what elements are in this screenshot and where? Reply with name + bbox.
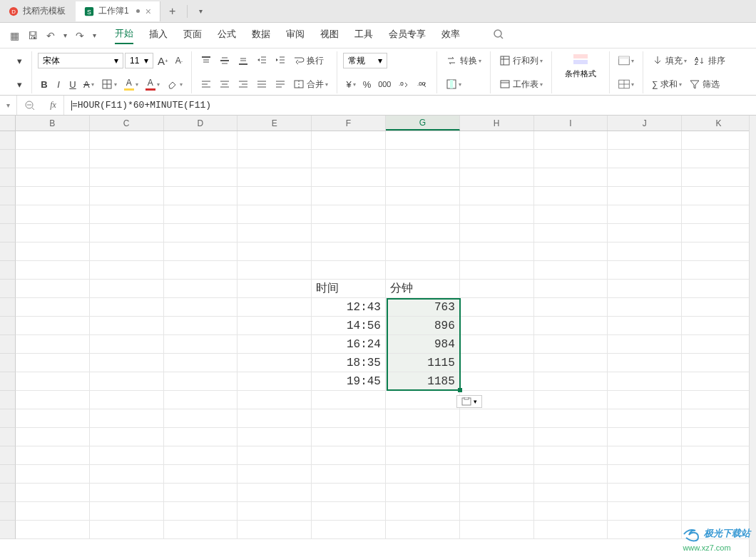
tab-insert[interactable]: 插入 bbox=[149, 28, 168, 44]
cell[interactable] bbox=[682, 280, 756, 298]
cell[interactable] bbox=[237, 446, 312, 465]
cell[interactable]: 896 bbox=[386, 317, 460, 335]
cell[interactable] bbox=[460, 224, 534, 242]
cell[interactable] bbox=[534, 242, 608, 261]
cell[interactable] bbox=[386, 484, 460, 502]
tab-review[interactable]: 审阅 bbox=[286, 28, 305, 44]
spreadsheet-grid[interactable]: B C D E F G H I J K 时间分钟12:4376314:56896… bbox=[0, 116, 756, 557]
cell[interactable] bbox=[534, 280, 608, 298]
cell[interactable]: 984 bbox=[386, 335, 460, 354]
cell[interactable] bbox=[682, 242, 756, 261]
cell[interactable] bbox=[16, 465, 90, 484]
col-header[interactable]: H bbox=[460, 116, 534, 131]
cell[interactable] bbox=[90, 391, 164, 409]
cell[interactable] bbox=[16, 409, 90, 428]
cell[interactable] bbox=[460, 168, 534, 187]
cell[interactable] bbox=[312, 150, 386, 168]
cell[interactable] bbox=[460, 261, 534, 280]
cell[interactable] bbox=[608, 187, 682, 205]
cell[interactable] bbox=[90, 168, 164, 187]
undo-icon[interactable]: ↶ bbox=[42, 27, 59, 44]
indent-increase-icon[interactable] bbox=[272, 53, 289, 68]
increase-font-icon[interactable]: A+ bbox=[155, 53, 171, 68]
col-header[interactable]: B bbox=[16, 116, 90, 131]
cell[interactable] bbox=[164, 261, 238, 280]
cell[interactable] bbox=[16, 335, 90, 354]
cell[interactable] bbox=[386, 502, 460, 521]
cell[interactable] bbox=[608, 465, 682, 484]
cell[interactable] bbox=[386, 409, 460, 428]
cell[interactable] bbox=[16, 521, 90, 539]
cell[interactable] bbox=[237, 317, 312, 335]
cell[interactable] bbox=[608, 502, 682, 521]
row-header[interactable] bbox=[0, 242, 16, 261]
col-header[interactable]: I bbox=[534, 116, 608, 131]
cell[interactable] bbox=[237, 224, 312, 242]
cell[interactable] bbox=[237, 484, 312, 502]
cell[interactable] bbox=[682, 298, 756, 317]
cell[interactable] bbox=[16, 131, 90, 150]
cell[interactable] bbox=[164, 205, 238, 224]
highlight-button[interactable]: A▾ bbox=[121, 76, 141, 92]
cell[interactable] bbox=[16, 261, 90, 280]
row-col-button[interactable]: 行和列▾ bbox=[496, 53, 546, 68]
cell[interactable] bbox=[90, 242, 164, 261]
cell[interactable] bbox=[164, 150, 238, 168]
align-top-icon[interactable] bbox=[198, 53, 215, 68]
cell[interactable] bbox=[90, 465, 164, 484]
cell[interactable] bbox=[682, 187, 756, 205]
row-header[interactable] bbox=[0, 131, 16, 150]
cell[interactable] bbox=[237, 409, 312, 428]
cell[interactable] bbox=[90, 298, 164, 317]
cell[interactable] bbox=[164, 335, 238, 354]
col-header[interactable]: J bbox=[608, 116, 682, 131]
cell[interactable] bbox=[608, 409, 682, 428]
cell[interactable] bbox=[90, 261, 164, 280]
cell[interactable] bbox=[312, 465, 386, 484]
cell[interactable] bbox=[164, 354, 238, 372]
cell[interactable] bbox=[460, 372, 534, 391]
tab-efficiency[interactable]: 效率 bbox=[441, 28, 460, 44]
row-header[interactable] bbox=[0, 502, 16, 521]
cell[interactable] bbox=[608, 150, 682, 168]
row-header[interactable] bbox=[0, 168, 16, 187]
cell[interactable] bbox=[312, 446, 386, 465]
cell[interactable] bbox=[534, 205, 608, 224]
cell[interactable] bbox=[312, 261, 386, 280]
row-header[interactable] bbox=[0, 298, 16, 317]
filter-button[interactable]: 筛选 bbox=[686, 77, 722, 92]
comma-icon[interactable]: 000 bbox=[375, 78, 394, 90]
decrease-font-icon[interactable]: A- bbox=[173, 54, 185, 67]
cell[interactable] bbox=[90, 521, 164, 539]
cell[interactable] bbox=[608, 131, 682, 150]
distribute-icon[interactable] bbox=[272, 77, 289, 91]
align-right-icon[interactable] bbox=[235, 77, 252, 91]
cell[interactable] bbox=[312, 484, 386, 502]
border-button[interactable]: ▾ bbox=[98, 77, 120, 91]
align-center-icon[interactable] bbox=[216, 77, 233, 91]
cell[interactable] bbox=[386, 446, 460, 465]
cell[interactable] bbox=[608, 205, 682, 224]
strike-button[interactable]: A▾ bbox=[81, 78, 97, 91]
indent-decrease-icon[interactable] bbox=[253, 53, 270, 68]
cell[interactable] bbox=[16, 168, 90, 187]
cell[interactable] bbox=[16, 484, 90, 502]
cell[interactable] bbox=[608, 391, 682, 409]
cell[interactable] bbox=[164, 224, 238, 242]
cell[interactable] bbox=[386, 465, 460, 484]
tab-page[interactable]: 页面 bbox=[183, 28, 202, 44]
cell[interactable] bbox=[16, 372, 90, 391]
cell[interactable] bbox=[460, 502, 534, 521]
cell[interactable] bbox=[682, 150, 756, 168]
cell[interactable] bbox=[534, 131, 608, 150]
cell[interactable] bbox=[534, 354, 608, 372]
cell[interactable] bbox=[460, 317, 534, 335]
currency-icon[interactable]: ¥▾ bbox=[343, 78, 358, 91]
zoom-out-icon[interactable] bbox=[17, 96, 43, 115]
cell[interactable] bbox=[164, 465, 238, 484]
cell[interactable] bbox=[237, 168, 312, 187]
row-header[interactable] bbox=[0, 465, 16, 484]
cell[interactable] bbox=[312, 224, 386, 242]
cell[interactable] bbox=[164, 298, 238, 317]
font-color-button[interactable]: A▾ bbox=[143, 76, 163, 92]
